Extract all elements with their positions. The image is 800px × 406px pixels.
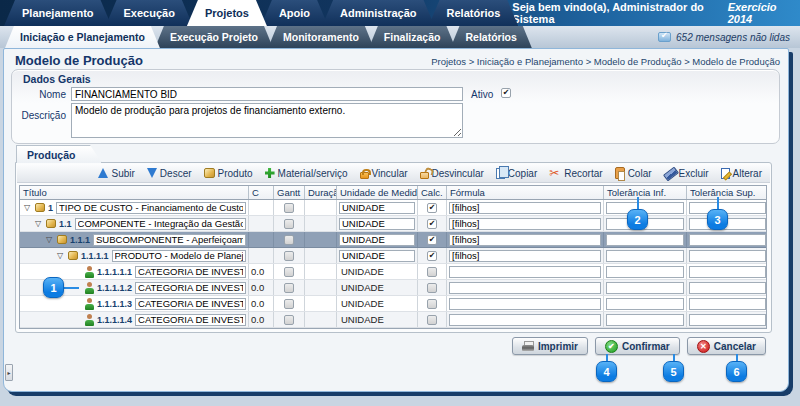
callout-line-1 — [64, 287, 79, 289]
tree-expander-icon[interactable]: ▽ — [46, 236, 56, 244]
titulo-input[interactable] — [135, 282, 246, 294]
gantt-checkbox[interactable] — [284, 283, 294, 293]
tree-expander-icon[interactable]: ▽ — [57, 252, 67, 260]
gantt-checkbox[interactable] — [284, 299, 294, 309]
topnav-tab-planejamento[interactable]: Planejamento — [4, 0, 112, 26]
formula-input[interactable] — [449, 250, 601, 262]
toolbar-subir-button[interactable]: Subir — [98, 168, 134, 179]
toolbar-descer-button[interactable]: Descer — [147, 168, 192, 179]
tolerancia-inf-input[interactable] — [606, 250, 684, 262]
tab-producao[interactable]: Produção — [16, 145, 102, 163]
imprimir-button[interactable]: Imprimir — [512, 337, 588, 355]
toolbar-excluir-button[interactable]: Excluir — [664, 168, 709, 179]
formula-input[interactable] — [449, 298, 601, 310]
toolbar-material-servico-button[interactable]: Material/serviço — [265, 168, 348, 179]
table-row[interactable]: ▽1.1.1.1 — [20, 248, 766, 264]
tolerancia-inf-input[interactable] — [606, 234, 684, 246]
table-row[interactable]: ▽1.1 — [20, 216, 766, 232]
toolbar-colar-button[interactable]: Colar — [615, 167, 652, 179]
tolerancia-sup-input[interactable] — [689, 202, 766, 214]
topnav-tab-projetos[interactable]: Projetos — [187, 0, 267, 26]
calc-checkbox[interactable] — [427, 283, 437, 293]
topnav-tab-execucao[interactable]: Execução — [106, 0, 193, 26]
tolerancia-inf-input[interactable] — [606, 314, 684, 326]
subnav-tab-iniciacao-e-planejamento[interactable]: Iniciação e Planejamento — [5, 26, 160, 48]
formula-input[interactable] — [449, 234, 601, 246]
tree-expander-icon[interactable]: ▽ — [35, 220, 45, 228]
scissors-icon — [549, 168, 561, 179]
gantt-checkbox[interactable] — [284, 203, 294, 213]
titulo-input[interactable] — [135, 298, 246, 310]
table-row[interactable]: 1.1.1.1.30.0UNIDADE — [20, 296, 766, 312]
titulo-input[interactable] — [93, 234, 246, 246]
formula-input[interactable] — [449, 266, 601, 278]
calc-checkbox[interactable] — [427, 203, 437, 213]
check-circle-icon — [605, 340, 618, 353]
table-row[interactable]: 1.1.1.1.10.0UNIDADE — [20, 264, 766, 280]
tolerancia-sup-input[interactable] — [689, 250, 766, 262]
tolerancia-sup-input[interactable] — [689, 282, 766, 294]
gantt-checkbox[interactable] — [284, 251, 294, 261]
nome-input[interactable] — [71, 87, 463, 101]
cancelar-button[interactable]: Cancelar — [687, 337, 766, 355]
formula-input[interactable] — [449, 202, 601, 214]
unidade-input[interactable] — [339, 202, 415, 214]
column-header-c: C — [249, 186, 274, 199]
tolerancia-sup-input[interactable] — [689, 298, 766, 310]
toolbar-produto-button[interactable]: Produto — [204, 168, 253, 179]
dados-gerais-legend: Dados Gerais — [23, 73, 91, 85]
toolbar-button-label: Excluir — [679, 168, 709, 179]
table-row[interactable]: ▽1.1.1 — [20, 232, 766, 248]
calc-checkbox[interactable] — [427, 251, 437, 261]
tolerancia-inf-input[interactable] — [606, 266, 684, 278]
titulo-input[interactable] — [56, 202, 246, 214]
formula-input[interactable] — [449, 314, 601, 326]
descricao-textarea[interactable]: Modelo de produção para projetos de fina… — [71, 103, 463, 138]
unidade-input[interactable] — [339, 218, 415, 230]
topnav-tab-administracao[interactable]: Administração — [322, 0, 434, 26]
gantt-checkbox[interactable] — [284, 219, 294, 229]
formula-input[interactable] — [449, 218, 601, 230]
table-row[interactable]: ▽1 — [20, 200, 766, 216]
titulo-input[interactable] — [135, 314, 246, 326]
toolbar-copiar-button[interactable]: Copiar — [496, 168, 537, 179]
titulo-input[interactable] — [135, 266, 246, 278]
subnav-tab-monitoramento[interactable]: Monitoramento — [268, 26, 374, 48]
tolerancia-sup-input[interactable] — [689, 266, 766, 278]
calc-checkbox[interactable] — [427, 315, 437, 325]
table-row[interactable]: 1.1.1.1.20.0UNIDADE — [20, 280, 766, 296]
titulo-input[interactable] — [75, 218, 246, 230]
subnav-tab-finalizacao[interactable]: Finalização — [369, 26, 456, 48]
ativo-checkbox[interactable] — [501, 88, 511, 98]
tolerancia-inf-input[interactable] — [606, 298, 684, 310]
subnav-tab-relatorios[interactable]: Relatórios — [450, 26, 531, 48]
topnav-tab-apoio[interactable]: Apoio — [261, 0, 328, 26]
tree-expander-icon[interactable]: ▽ — [24, 204, 34, 212]
panel-collapse-handle[interactable]: ▸ — [5, 364, 13, 381]
callout-line-5 — [673, 354, 675, 361]
gantt-checkbox[interactable] — [284, 235, 294, 245]
calc-checkbox[interactable] — [427, 235, 437, 245]
toolbar-vincular-button[interactable]: Vincular — [360, 168, 408, 179]
tolerancia-inf-input[interactable] — [606, 282, 684, 294]
calc-checkbox[interactable] — [427, 267, 437, 277]
toolbar-desvincular-button[interactable]: Desvincular — [420, 168, 484, 179]
messages-icon[interactable] — [658, 32, 671, 42]
toolbar-alterar-button[interactable]: Alterar — [721, 168, 762, 179]
formula-input[interactable] — [449, 282, 601, 294]
titulo-input[interactable] — [112, 250, 246, 262]
gantt-checkbox[interactable] — [284, 315, 294, 325]
topnav-tab-relatorios[interactable]: Relatórios — [429, 0, 519, 26]
confirmar-button[interactable]: Confirmar — [595, 337, 680, 355]
unread-messages-text[interactable]: 652 mensagens não lidas — [676, 32, 790, 43]
tolerancia-sup-input[interactable] — [689, 314, 766, 326]
table-row[interactable]: 1.1.1.1.40.0UNIDADE — [20, 312, 766, 328]
toolbar-recortar-button[interactable]: Recortar — [549, 168, 602, 179]
unidade-input[interactable] — [339, 234, 415, 246]
gantt-checkbox[interactable] — [284, 267, 294, 277]
tolerancia-sup-input[interactable] — [689, 234, 766, 246]
calc-checkbox[interactable] — [427, 219, 437, 229]
subnav-tab-execucao-projeto[interactable]: Execução Projeto — [155, 26, 273, 48]
calc-checkbox[interactable] — [427, 299, 437, 309]
unidade-input[interactable] — [339, 250, 415, 262]
